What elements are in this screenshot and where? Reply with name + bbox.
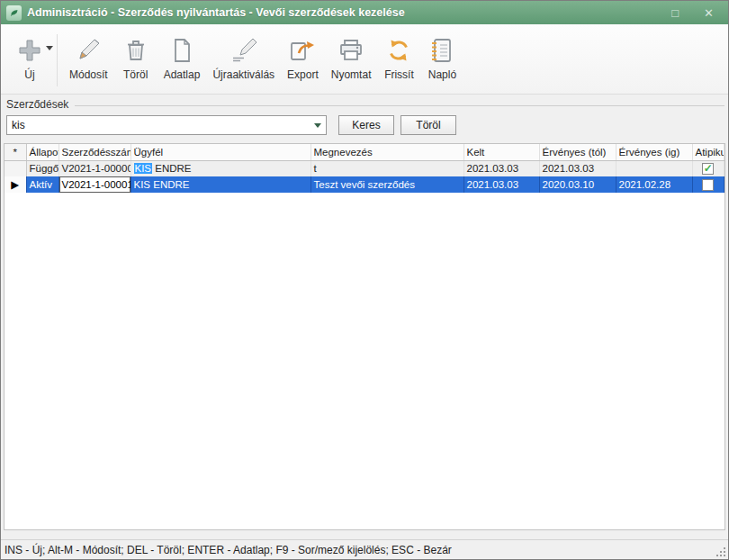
cell-ugyfel[interactable]: KIS ENDRE <box>130 160 310 176</box>
cell-ervenyes-ig[interactable] <box>616 160 692 176</box>
contracts-grid[interactable]: * Állapot Szerződésszám Ügyfél Megnevezé… <box>4 143 725 530</box>
titlebar-buttons: □ ✕ <box>671 7 723 19</box>
close-button[interactable]: ✕ <box>704 7 714 19</box>
refresh-button[interactable]: Frissít <box>377 32 420 83</box>
export-button[interactable]: Export <box>281 32 325 83</box>
cell-ugyfel[interactable]: KIS ENDRE <box>130 176 310 193</box>
col-header-kelt[interactable]: Kelt <box>464 144 539 160</box>
current-row-indicator: ▶ <box>4 176 26 193</box>
cell-ervenyes-tol[interactable]: 2020.03.10 <box>539 176 616 193</box>
delete-button[interactable]: Töröl <box>114 32 158 83</box>
row-indicator-header[interactable]: * <box>4 144 26 160</box>
search-input-value: kis <box>7 119 25 131</box>
cell-allapot[interactable]: Aktív <box>26 176 58 193</box>
print-printer-icon <box>336 33 366 68</box>
modify-button[interactable]: Módosít <box>63 32 114 83</box>
cell-allapot[interactable]: Függő <box>26 160 58 176</box>
chevron-down-icon <box>314 123 321 128</box>
cell-ervenyes-ig[interactable]: 2021.02.28 <box>616 176 692 193</box>
delete-trash-icon <box>121 33 151 68</box>
maximize-button[interactable]: □ <box>671 7 679 19</box>
print-button[interactable]: Nyomtat <box>325 32 378 83</box>
toolbar-label: Export <box>287 68 319 81</box>
col-header-ervenyes-tol[interactable]: Érvényes (tól) <box>539 144 616 160</box>
new-plus-icon <box>14 33 45 68</box>
cell-atipikus[interactable]: ✓ <box>692 160 724 176</box>
app-icon <box>6 5 22 21</box>
cell-kelt[interactable]: 2021.03.03 <box>464 160 539 176</box>
atipikus-checkbox[interactable] <box>702 179 714 191</box>
cell-szerzodesszam-focused[interactable]: V2021-1-000010 <box>58 176 130 193</box>
search-input[interactable]: kis <box>6 115 327 135</box>
status-text: INS - Új; Alt-M - Módosít; DEL - Töröl; … <box>4 544 452 556</box>
resize-grip-icon[interactable] <box>716 546 726 557</box>
toolbar-label: Adatlap <box>164 68 201 81</box>
app-window: Adminisztráció - Szerződés nyilvántartás… <box>0 0 729 560</box>
toolbar-label: Töröl <box>123 68 148 81</box>
toolbar-label: Napló <box>428 68 456 81</box>
cell-atipikus[interactable] <box>692 176 724 193</box>
log-notebook-icon <box>427 33 457 68</box>
refresh-arrows-icon <box>383 33 414 68</box>
cell-megnevezes[interactable]: t <box>310 160 464 176</box>
new-button[interactable]: Új <box>8 32 51 83</box>
col-header-ugyfel[interactable]: Ügyfél <box>130 144 310 160</box>
toolbar-label: Módosít <box>69 68 108 81</box>
cell-szerzodesszam[interactable]: V2021-1-000009 <box>58 160 130 176</box>
contracts-group: Szerződések <box>1 95 728 111</box>
datasheet-document-icon <box>166 33 197 68</box>
log-button[interactable]: Napló <box>420 32 464 83</box>
toolbar-label: Nyomtat <box>331 68 372 81</box>
atipikus-checkbox[interactable]: ✓ <box>702 163 714 175</box>
contracts-group-label: Szerződések <box>6 98 75 111</box>
table-row[interactable]: Függő V2021-1-000009 KIS ENDRE t 2021.03… <box>4 160 724 176</box>
contracts-table: * Állapot Szerződésszám Ügyfél Megnevezé… <box>4 144 724 193</box>
new-dropdown-arrow-icon[interactable] <box>46 46 53 50</box>
reactivate-pencil-icon <box>229 33 259 68</box>
titlebar: Adminisztráció - Szerződés nyilvántartás… <box>1 1 728 24</box>
toolbar-separator <box>57 34 58 86</box>
col-header-allapot[interactable]: Állapot <box>26 144 58 160</box>
toolbar: Új Módosít Töröl Adatlap Újraaktiv <box>1 24 728 95</box>
toolbar-label: Újraaktiválás <box>212 68 274 81</box>
search-match-highlight: KIS <box>134 163 153 174</box>
header-row: * Állapot Szerződésszám Ügyfél Megnevezé… <box>4 144 724 160</box>
status-bar: INS - Új; Alt-M - Módosít; DEL - Töröl; … <box>1 539 728 559</box>
search-row: kis Keres Töröl <box>1 111 728 140</box>
ugyfel-rest: ENDRE <box>152 163 191 174</box>
datasheet-button[interactable]: Adatlap <box>158 32 207 83</box>
col-header-atipikus[interactable]: Atipiku <box>692 144 724 160</box>
group-divider <box>75 105 724 106</box>
edit-pencil-icon <box>73 33 104 68</box>
toolbar-label: Frissít <box>384 68 414 81</box>
cell-kelt[interactable]: 2021.03.03 <box>464 176 539 193</box>
search-button[interactable]: Keres <box>338 115 394 135</box>
toolbar-label: Új <box>24 68 34 81</box>
row-indicator <box>4 160 26 176</box>
col-header-szerzodesszam[interactable]: Szerződésszám <box>58 144 130 160</box>
table-row-selected[interactable]: ▶ Aktív V2021-1-000010 KIS ENDRE Teszt v… <box>4 176 724 193</box>
clear-button[interactable]: Töröl <box>400 115 456 135</box>
cell-ervenyes-tol[interactable]: 2021.03.03 <box>539 160 616 176</box>
reactivate-button[interactable]: Újraaktiválás <box>206 32 281 83</box>
window-title: Adminisztráció - Szerződés nyilvántartás… <box>27 6 405 19</box>
cell-megnevezes[interactable]: Teszt vevői szerződés <box>310 176 464 193</box>
col-header-ervenyes-ig[interactable]: Érvényes (ig) <box>616 144 692 160</box>
combo-dropdown-button[interactable] <box>310 118 324 132</box>
col-header-megnevezes[interactable]: Megnevezés <box>310 144 464 160</box>
export-arrow-icon <box>287 33 318 68</box>
